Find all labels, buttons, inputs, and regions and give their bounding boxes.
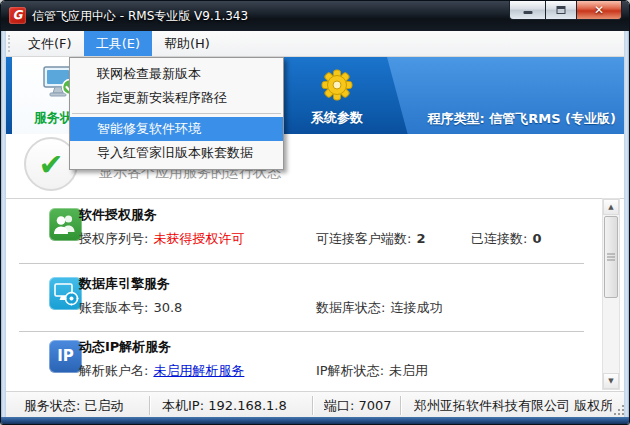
ip-status-value: 未启用 [389, 363, 428, 378]
statusbar-separator [312, 396, 314, 415]
service-row-database: 数据库引擎服务 账套版本号:30.8 数据库状态:连接成功 [19, 273, 584, 333]
menu-item-import-legacy-data[interactable]: 导入红管家旧版本账套数据 [70, 141, 283, 165]
enable-resolve-link[interactable]: 未启用解析服务 [153, 363, 244, 378]
menu-item-check-update[interactable]: 联网检查最新版本 [70, 62, 283, 86]
maximize-button[interactable] [546, 1, 576, 20]
arrow-up-icon: ▲ [608, 203, 613, 211]
window-title: 信管飞应用中心 - RMS专业版 V9.1.343 [32, 1, 248, 31]
gear-icon [321, 69, 353, 105]
statusbar-separator [149, 396, 151, 415]
statusbar-separator [400, 396, 402, 415]
scroll-down-button[interactable]: ▼ [603, 373, 619, 389]
menu-separator [72, 113, 281, 114]
service-title: 软件授权服务 [79, 206, 157, 224]
field-license-serial: 授权序列号:未获得授权许可 [79, 230, 244, 248]
db-status-value: 连接成功 [390, 300, 442, 315]
scrollbar-grip-icon [607, 254, 615, 261]
minimize-button[interactable] [509, 1, 546, 20]
menu-tools[interactable]: 工具(E) [84, 31, 152, 56]
field-connected-count: 已连接数:0 [471, 230, 541, 248]
close-button[interactable]: ✕ [576, 1, 622, 20]
field-account-version: 账套版本号:30.8 [79, 299, 182, 317]
vertical-scrollbar[interactable]: ▲ ▼ [602, 198, 620, 390]
field-max-clients: 可连接客户端数:2 [316, 230, 425, 248]
menu-bar: 文件(F) 工具(E) 帮助(H) [2, 31, 628, 57]
scroll-up-button[interactable]: ▲ [603, 199, 619, 215]
window-controls: ✕ [509, 1, 622, 20]
window-frame-bottom [1, 417, 629, 424]
tab-system-params[interactable]: 系统参数 [295, 57, 379, 134]
database-monitor-icon [49, 277, 82, 310]
service-title: 动态IP解析服务 [79, 338, 171, 356]
status-bar: 服务状态: 已启动 本机IP: 192.168.1.8 端口: 7007 郑州亚… [2, 391, 628, 419]
menubar-gripper [8, 35, 12, 52]
tab-system-params-label: 系统参数 [295, 109, 379, 127]
program-type-text: 程序类型: 信管飞RMS (专业版) [428, 110, 616, 128]
status-copyright: 郑州亚拓软件科技有限公司 版权所有 [414, 392, 612, 420]
field-resolve-account: 解析账户名:未启用解析服务 [79, 362, 244, 380]
status-service-state: 服务状态: 已启动 [24, 392, 144, 420]
users-icon [49, 208, 82, 241]
connected-count-value: 0 [532, 231, 541, 246]
field-ip-status: IP解析状态:未启用 [316, 362, 428, 380]
title-bar[interactable]: G 信管飞应用中心 - RMS专业版 V9.1.343 ✕ [1, 1, 629, 31]
menu-file[interactable]: 文件(F) [16, 31, 84, 56]
ip-icon: IP [49, 340, 82, 373]
menu-help[interactable]: 帮助(H) [152, 31, 222, 56]
status-local-ip: 本机IP: 192.168.1.8 [162, 392, 307, 420]
arrow-down-icon: ▼ [608, 377, 613, 385]
max-clients-value: 2 [416, 231, 425, 246]
status-port: 端口: 7007 [324, 392, 396, 420]
field-db-status: 数据库状态:连接成功 [316, 299, 442, 317]
license-serial-value: 未获得授权许可 [153, 231, 244, 246]
minimize-icon [523, 11, 532, 14]
window-frame-right [624, 31, 629, 417]
window-frame-left [1, 31, 6, 417]
tools-dropdown-menu: 联网检查最新版本 指定更新安装程序路径 智能修复软件环境 导入红管家旧版本账套数… [69, 57, 284, 170]
service-row-license: 软件授权服务 授权序列号:未获得授权许可 可连接客户端数:2 已连接数:0 [19, 204, 584, 264]
maximize-icon [557, 6, 566, 14]
service-title: 数据库引擎服务 [79, 275, 170, 293]
account-version-value: 30.8 [153, 300, 182, 315]
app-window: G 信管飞应用中心 - RMS专业版 V9.1.343 ✕ 文件(F) 工具(E… [0, 0, 630, 425]
close-icon: ✕ [577, 1, 621, 19]
service-row-ip: IP 动态IP解析服务 解析账户名:未启用解析服务 IP解析状态:未启用 [19, 336, 584, 396]
row-divider [19, 331, 584, 332]
app-logo-icon: G [9, 7, 26, 24]
menu-item-smart-repair[interactable]: 智能修复软件环境 [70, 117, 283, 141]
scrollbar-thumb[interactable] [604, 216, 618, 298]
menu-item-set-update-path[interactable]: 指定更新安装程序路径 [70, 86, 283, 110]
row-divider [19, 263, 584, 264]
